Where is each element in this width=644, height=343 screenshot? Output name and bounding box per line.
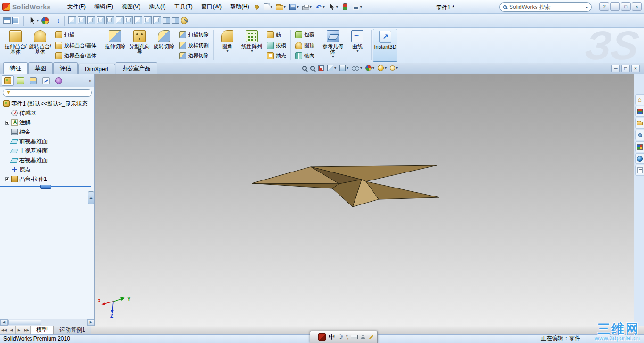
tree-filter-input[interactable] (3, 89, 92, 97)
tab-office-products[interactable]: 办公室产品 (116, 62, 157, 74)
displaymanager-tab[interactable] (53, 75, 65, 86)
dropdown-caret-icon[interactable] (226, 49, 229, 53)
section-view-button[interactable] (318, 65, 324, 71)
graphics-viewport[interactable]: X Y Z (95, 74, 634, 326)
wrap-button[interactable]: 包覆 (293, 30, 316, 40)
tree-item-top-plane[interactable]: 上视基准面 (0, 146, 94, 155)
dimxpertmanager-tab[interactable] (40, 75, 52, 86)
view-dimetric-icon[interactable] (144, 16, 152, 24)
view-trimetric-icon[interactable] (134, 16, 142, 24)
rib-button[interactable]: 筋 (265, 30, 288, 40)
extruded-cut-button[interactable]: 拉伸切除 (103, 29, 127, 62)
doc-minimize-button[interactable]: ─ (611, 65, 620, 72)
dropdown-caret-icon[interactable] (356, 49, 359, 53)
user-define-icon[interactable] (361, 335, 365, 339)
lofted-cut-button[interactable]: 放样切割 (177, 41, 211, 50)
dome-button[interactable]: 圆顶 (293, 41, 316, 50)
menu-edit[interactable]: 编辑(E) (90, 0, 117, 13)
tree-item-front-plane[interactable]: 前视基准面 (0, 137, 94, 146)
tab-sketch[interactable]: 草图 (28, 62, 53, 74)
options-button[interactable] (351, 2, 363, 12)
model-tab[interactable]: 模型 (31, 326, 54, 334)
search-input[interactable]: SolidWorks 搜索 (509, 3, 583, 11)
panel-splitter-handle[interactable] (88, 191, 94, 204)
instant3d-toggle-button[interactable]: Instant3D (373, 29, 397, 62)
measure-icon[interactable] (181, 17, 188, 24)
scroll-left-arrow-icon[interactable]: ◀ (0, 319, 8, 326)
rebuild-button[interactable] (340, 2, 350, 11)
doc-restore-button[interactable]: □ (621, 65, 630, 72)
prev-tab-arrow-icon[interactable]: ◀ (8, 326, 16, 334)
four-viewport-icon[interactable] (172, 17, 179, 24)
view-back-icon[interactable] (78, 16, 86, 24)
close-button[interactable]: × (632, 2, 642, 11)
expand-plus-icon[interactable] (5, 177, 9, 181)
revolved-cut-button[interactable]: 旋转切除 (152, 29, 176, 62)
first-tab-arrow-icon[interactable]: ◀◀ (0, 326, 8, 334)
panel-overflow-chevron-icon[interactable] (89, 78, 93, 83)
select-tool-button[interactable] (27, 16, 40, 25)
menu-help[interactable]: 帮助(H) (226, 0, 254, 13)
apply-scene-button[interactable] (378, 65, 387, 71)
revolved-boss-button[interactable]: 旋转凸台/基体 (28, 29, 52, 62)
search-dropdown-icon[interactable] (586, 5, 588, 9)
panel-horizontal-scrollbar[interactable]: ◀ ▶ (0, 318, 94, 326)
star-part-model[interactable] (95, 74, 634, 326)
undo-button[interactable] (314, 2, 326, 12)
tab-evaluate[interactable]: 评估 (53, 62, 78, 74)
featuremanager-tab[interactable] (2, 75, 14, 86)
scrollbar-thumb[interactable] (8, 320, 41, 325)
view-top-icon[interactable] (106, 16, 114, 24)
tab-dimxpert[interactable]: DimXpert (78, 64, 115, 74)
motion-study-tab[interactable]: 运动算例1 (54, 326, 91, 334)
tab-features[interactable]: 特征 (3, 62, 28, 74)
boundary-boss-button[interactable]: 边界凸台/基体 (53, 51, 99, 61)
lofted-boss-button[interactable]: 放样凸台/基体 (53, 41, 99, 50)
fillet-button[interactable]: 圆角 (215, 29, 239, 62)
tree-root-item[interactable]: 零件1 (默认<<默认>_显示状态 (0, 99, 94, 108)
view-isometric-icon[interactable] (125, 16, 133, 24)
rollback-bar[interactable] (0, 186, 91, 187)
extruded-boss-button[interactable]: 拉伸凸台/基体 (3, 29, 28, 62)
menu-view[interactable]: 视图(V) (117, 0, 145, 13)
pan-vertical-icon[interactable] (57, 17, 60, 24)
minimize-button[interactable]: ─ (610, 2, 620, 11)
menu-window[interactable]: 窗口(W) (197, 0, 226, 13)
toolbar-options-icon[interactable] (368, 334, 374, 340)
single-viewport-icon[interactable] (163, 17, 170, 24)
language-bar[interactable]: 中 °, (310, 331, 378, 343)
file-explorer-button[interactable] (635, 118, 644, 129)
design-library-button[interactable] (635, 106, 644, 117)
next-tab-arrow-icon[interactable]: ▶ (16, 326, 23, 334)
propertymanager-tab[interactable] (15, 75, 26, 86)
new-document-button[interactable] (263, 2, 274, 11)
view-right-icon[interactable] (97, 16, 105, 24)
tree-item-annotations[interactable]: 注解 (0, 118, 94, 127)
open-button[interactable] (274, 3, 287, 11)
swept-cut-button[interactable]: 扫描切除 (177, 30, 211, 40)
tree-item-sensors[interactable]: 传感器 (0, 108, 94, 118)
curves-button[interactable]: 曲线 (345, 29, 370, 62)
tree-item-boss-extrude1[interactable]: 凸台-拉伸1 (0, 174, 94, 184)
maximize-button[interactable]: □ (621, 2, 631, 11)
punctuation-toggle[interactable]: °, (346, 335, 348, 340)
view-settings-button[interactable] (390, 65, 398, 71)
draft-button[interactable]: 拔模 (265, 41, 288, 50)
swept-boss-button[interactable]: 扫描 (53, 30, 99, 40)
last-tab-arrow-icon[interactable]: ▶▶ (23, 326, 31, 334)
doc-close-button[interactable]: × (631, 65, 640, 72)
tree-item-right-plane[interactable]: 右视基准面 (0, 155, 94, 165)
configurationmanager-tab[interactable] (27, 75, 39, 86)
search-pane-button[interactable] (635, 130, 644, 140)
scroll-right-arrow-icon[interactable]: ▶ (87, 319, 94, 326)
view-normal-to-icon[interactable] (153, 16, 161, 24)
expand-plus-icon[interactable] (5, 121, 9, 125)
menu-pin-icon[interactable] (254, 4, 260, 10)
linear-pattern-button[interactable]: 线性阵列 (239, 29, 264, 62)
dropdown-caret-icon[interactable] (332, 55, 334, 59)
appearances-scenes-button[interactable] (635, 153, 644, 164)
tree-item-material[interactable]: 纯金 (0, 127, 94, 137)
reference-geometry-button[interactable]: 参考几何体 (321, 29, 345, 62)
hole-wizard-button[interactable]: 异型孔向导 (127, 29, 152, 62)
dropdown-caret-icon[interactable] (251, 49, 253, 53)
